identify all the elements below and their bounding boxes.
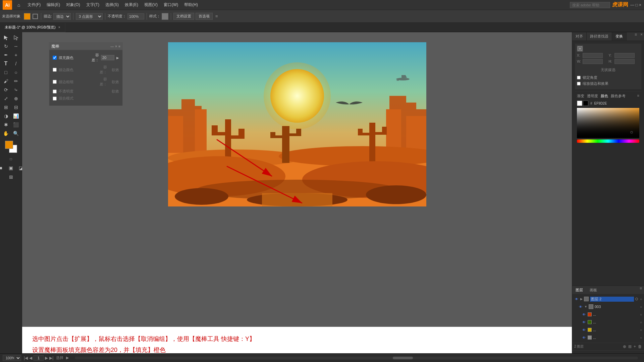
menu-window[interactable]: 窗口(W) bbox=[161, 1, 181, 9]
rotate-tool[interactable]: ↻ bbox=[1, 42, 11, 50]
change-screen-mode[interactable]: ⊞ bbox=[6, 173, 16, 181]
layer-red-eye[interactable]: 👁 bbox=[582, 312, 586, 317]
layer-2-name[interactable]: 图层 2 bbox=[590, 297, 634, 302]
lock-angle-checkbox[interactable] bbox=[577, 76, 581, 79]
style-swatch[interactable] bbox=[162, 13, 168, 20]
new-layer-from-selection-btn[interactable]: ⊞ bbox=[628, 344, 632, 349]
layer-gray-lock[interactable]: ○ bbox=[640, 336, 642, 340]
mesh-tool[interactable]: ⊟ bbox=[11, 103, 21, 111]
hand-tool[interactable]: ✋ bbox=[1, 129, 11, 137]
menu-object[interactable]: 对象(O) bbox=[63, 1, 83, 9]
menu-text[interactable]: 文字(T) bbox=[84, 1, 102, 9]
next-page-btn[interactable]: ▶ bbox=[45, 356, 48, 360]
menu-view[interactable]: 视图(V) bbox=[142, 1, 160, 9]
column-chart-tool[interactable]: ⬛ bbox=[11, 121, 21, 129]
color-gradient-picker[interactable] bbox=[577, 108, 639, 138]
point-style-select[interactable]: 3 点圆形 bbox=[76, 13, 103, 20]
pen-tool[interactable]: ✒ bbox=[1, 51, 11, 59]
reflect-tool[interactable]: ↔ bbox=[11, 42, 21, 50]
paintbrush-tool[interactable]: 🖌 bbox=[1, 77, 11, 85]
opacity-input[interactable] bbox=[127, 13, 144, 19]
fill-tolerance-input[interactable] bbox=[101, 55, 114, 60]
perspective-tool[interactable]: ⊞ bbox=[1, 103, 11, 111]
panel-minimize-btn[interactable]: — bbox=[110, 45, 114, 48]
rotate2-tool[interactable]: ⟳ bbox=[1, 86, 11, 94]
hue-slider[interactable] bbox=[577, 139, 639, 143]
type-tool[interactable]: T bbox=[1, 60, 11, 68]
h-input[interactable] bbox=[614, 59, 635, 64]
make-clip-mask-btn[interactable]: ⊕ bbox=[623, 344, 626, 349]
fill-color-swatch[interactable] bbox=[24, 13, 31, 20]
color-tab[interactable]: 颜色 bbox=[601, 94, 608, 99]
x-input[interactable] bbox=[583, 53, 603, 58]
drawing-mode1[interactable]: ■ bbox=[0, 164, 6, 172]
symbol-sprayer-tool[interactable]: ✱ bbox=[1, 121, 11, 129]
pencil-tool[interactable]: ✏ bbox=[11, 77, 21, 85]
layer-red-lock[interactable]: ○ bbox=[640, 313, 642, 316]
layer-yellow-eye[interactable]: 👁 bbox=[582, 327, 586, 332]
bar-chart-tool[interactable]: 📊 bbox=[11, 112, 21, 120]
layer-003-eye[interactable]: 👁 bbox=[578, 304, 583, 309]
y-input[interactable] bbox=[614, 53, 635, 58]
prev-page-btn[interactable]: ◀ bbox=[29, 356, 32, 360]
search-input[interactable] bbox=[570, 2, 610, 8]
layer-2-lock[interactable]: ○ bbox=[640, 297, 642, 301]
magic-wand-titlebar[interactable]: 魔棒 — × ≡ bbox=[49, 43, 122, 50]
free-transform-tool[interactable]: ⤢ bbox=[1, 95, 11, 103]
w-input[interactable] bbox=[583, 59, 603, 64]
add-anchor-tool[interactable]: + bbox=[11, 51, 21, 59]
warp-tool[interactable]: ⤷ bbox=[11, 86, 21, 94]
arrange-icon[interactable]: ≡ bbox=[215, 14, 218, 19]
layers-tab[interactable]: 图层 bbox=[572, 286, 586, 294]
panel-menu-btn[interactable]: ≡ bbox=[118, 45, 120, 48]
layer-gray-eye[interactable]: 👁 bbox=[582, 335, 586, 340]
stroke-width-checkbox[interactable] bbox=[53, 80, 57, 84]
layer-yellow-name[interactable]: ... bbox=[593, 328, 639, 332]
selection-tool[interactable] bbox=[1, 34, 11, 42]
foreground-color[interactable] bbox=[5, 141, 13, 149]
scale-stroke-checkbox[interactable] bbox=[577, 82, 581, 85]
last-page-btn[interactable]: ▶| bbox=[49, 356, 53, 360]
stroke-icon[interactable] bbox=[32, 13, 39, 20]
doc-settings-button[interactable]: 文档设置 bbox=[173, 13, 194, 20]
home-icon[interactable]: ⌂ bbox=[15, 1, 23, 9]
brush-select[interactable]: 描边 bbox=[53, 13, 71, 20]
delete-layer-btn[interactable]: 🗑 bbox=[638, 344, 642, 349]
layer-green-name[interactable]: ... bbox=[593, 320, 639, 324]
fill-color-checkbox[interactable] bbox=[53, 56, 57, 60]
layer-yellow-lock[interactable]: ○ bbox=[640, 328, 642, 332]
align-tab[interactable]: 对齐 bbox=[572, 32, 587, 41]
layer-gray-name[interactable]: ... bbox=[593, 336, 639, 340]
layers-menu-btn[interactable]: ≡ bbox=[638, 286, 644, 294]
zoom-select[interactable]: 100% bbox=[3, 355, 21, 361]
layer-green-lock[interactable]: ○ bbox=[640, 320, 642, 324]
panel-close-btn[interactable]: × bbox=[115, 45, 117, 48]
right-panel-menu[interactable]: ≡ bbox=[633, 32, 639, 41]
line-tool[interactable]: / bbox=[11, 60, 21, 68]
drawing-mode2[interactable]: ▣ bbox=[6, 164, 16, 172]
gradient-tab[interactable]: 渐变 bbox=[577, 94, 584, 99]
transform-tab[interactable]: 变换 bbox=[612, 32, 627, 41]
preferences-button[interactable]: 首选项 bbox=[196, 13, 213, 20]
layer-green-eye[interactable]: 👁 bbox=[582, 320, 586, 324]
black-swatch[interactable] bbox=[583, 101, 588, 106]
stroke-color-checkbox[interactable] bbox=[53, 68, 57, 72]
horizontal-scrollbar[interactable] bbox=[75, 357, 638, 359]
white-swatch[interactable] bbox=[577, 101, 582, 106]
right-panel-close[interactable]: × bbox=[639, 32, 644, 41]
transparency-tab[interactable]: 透明度 bbox=[587, 94, 598, 99]
normal-mode-btn[interactable]: □ bbox=[6, 155, 16, 163]
first-page-btn[interactable]: |◀ bbox=[24, 356, 28, 360]
zoom-tool[interactable]: 🔍 bbox=[11, 129, 21, 137]
layer-2-eye[interactable]: 👁 bbox=[574, 297, 579, 301]
menu-effect[interactable]: 效果(E) bbox=[122, 1, 141, 9]
page-input[interactable] bbox=[34, 355, 44, 361]
layer-003-expand[interactable]: ▼ bbox=[584, 305, 587, 308]
menu-help[interactable]: 帮助(H) bbox=[181, 1, 201, 9]
new-layer-btn[interactable]: + bbox=[634, 344, 636, 349]
direct-selection-tool[interactable] bbox=[11, 34, 21, 42]
play-btn[interactable]: ▶ bbox=[66, 356, 69, 360]
color-panel-menu[interactable]: ≡ bbox=[637, 94, 639, 99]
tab-close-button[interactable]: × bbox=[58, 25, 60, 29]
rect-tool[interactable]: □ bbox=[1, 68, 11, 76]
